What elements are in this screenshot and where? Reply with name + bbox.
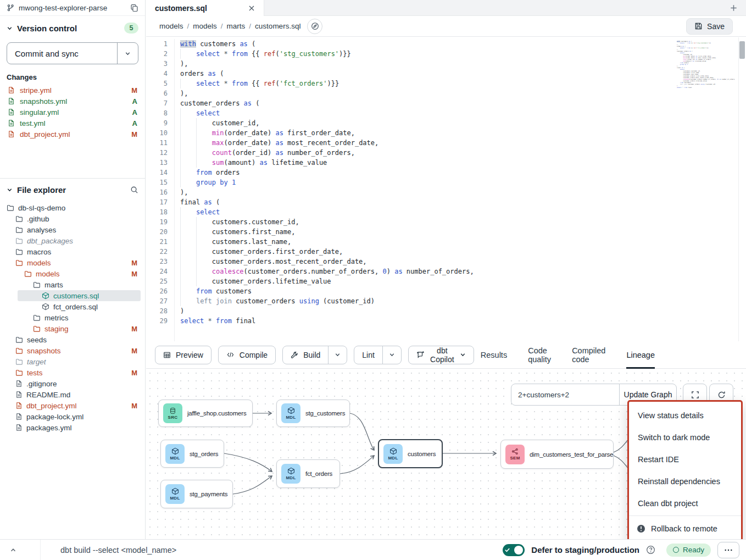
tree-item-dbt-packages[interactable]: dbt_packages [0,235,145,246]
line-number[interactable]: 17 [146,197,174,207]
line-number[interactable]: 6 [146,88,174,98]
code-line-20[interactable]: customers.first_name, [180,227,675,237]
lineage-node-dim-customers-test-for-parse[interactable]: SEMdim_customers_test_for_parse [500,440,614,469]
line-number[interactable]: 21 [146,237,174,247]
defer-toggle[interactable] [503,544,525,556]
tree-item-dbt-project-yml[interactable]: dbt_project.ymlM [0,400,145,411]
open-in-explorer-button[interactable] [307,19,322,34]
scrollbar-thumb[interactable] [739,41,745,59]
status-badge[interactable]: Ready [666,544,711,557]
git-branch-row[interactable]: mwong-test-explorer-parse [0,0,145,16]
tab-results[interactable]: Results [481,341,507,369]
version-control-header[interactable]: Version control 5 [0,16,145,36]
new-tab-button[interactable] [721,0,746,15]
line-number[interactable]: 12 [146,148,174,158]
code-line-24[interactable]: coalesce(customer_orders.number_of_order… [180,267,675,276]
code-line-10[interactable]: min(order_date) as first_order_date, [180,128,675,138]
tree-item-gitignore[interactable]: .gitignore [0,378,145,389]
line-number[interactable]: 23 [146,257,174,267]
code-line-16[interactable]: ), [180,187,675,197]
code-editor[interactable]: 1234567891011121314151617181920212223242… [146,37,746,341]
changed-file-test-yml[interactable]: test.ymlA [0,118,145,129]
tree-item-db-sl-qs-demo[interactable]: db-sl-qs-demo [0,202,145,213]
code-line-13[interactable]: sum(amount) as lifetime_value [180,158,675,168]
breadcrumb-part-models[interactable]: models [193,22,217,30]
line-number[interactable]: 9 [146,118,174,128]
line-number[interactable]: 13 [146,158,174,168]
code-content[interactable]: with customers as ( select * from {{ ref… [180,39,675,326]
code-line-22[interactable]: customer_orders.first_order_date, [180,247,675,257]
menu-item-reinstall-dependencies[interactable]: Reinstall dependencies [629,470,741,492]
code-line-26[interactable]: from customers [180,286,675,296]
code-line-28[interactable]: ) [180,306,675,316]
dbt-copilot-button[interactable]: dbt Copilot [408,346,474,364]
code-line-29[interactable]: select * from final [180,316,675,326]
code-line-19[interactable]: customers.customer_id, [180,217,675,227]
line-number[interactable]: 14 [146,168,174,178]
tree-item-staging[interactable]: stagingM [0,323,145,334]
code-line-2[interactable]: select * from {{ ref('stg_customers')}} [180,49,675,59]
tree-item-github[interactable]: .github [0,213,145,224]
editor-scrollbar[interactable] [738,37,746,341]
lineage-node-stg-orders[interactable]: MDLstg_orders [160,440,224,468]
code-line-18[interactable]: select [180,207,675,217]
code-line-9[interactable]: customer_id, [180,118,675,128]
code-line-27[interactable]: left join customer_orders using (custome… [180,296,675,306]
code-line-21[interactable]: customers.last_name, [180,237,675,247]
menu-item-switch-to-dark-mode[interactable]: Switch to dark mode [629,426,741,448]
tree-item-readme-md[interactable]: README.md [0,389,145,400]
breadcrumb-part-customers-sql[interactable]: customers.sql [255,22,300,30]
lineage-node-stg-payments[interactable]: MDLstg_payments [160,480,233,508]
line-number[interactable]: 15 [146,178,174,187]
tab-lineage[interactable]: Lineage [626,341,655,369]
code-line-11[interactable]: max(order_date) as most_recent_order_dat… [180,138,675,148]
line-number[interactable]: 8 [146,108,174,118]
tree-item-marts[interactable]: marts [0,279,145,290]
lineage-node-fct-orders[interactable]: MDLfct_orders [276,459,340,488]
changed-file-stripe-yml[interactable]: stripe.ymlM [0,85,145,96]
file-explorer-header[interactable]: File explorer [0,179,145,197]
minimap[interactable]: with customers as ( select * from {{ ref… [677,41,735,88]
breadcrumb-part-marts[interactable]: marts [227,22,246,30]
build-button[interactable]: Build [283,346,328,364]
code-line-17[interactable]: final as ( [180,197,675,207]
line-number[interactable]: 22 [146,247,174,257]
lint-options-button[interactable] [382,346,401,364]
commit-options-button[interactable] [117,43,138,64]
tree-item-customers-sql[interactable]: customers.sql [18,290,141,301]
line-number[interactable]: 4 [146,69,174,79]
code-line-7[interactable]: customer_orders as ( [180,98,675,108]
tree-item-metrics[interactable]: metrics [0,312,145,323]
code-line-6[interactable]: ), [180,88,675,98]
changed-file-dbt-project-yml[interactable]: dbt_project.ymlM [0,129,145,140]
breadcrumb-part-models[interactable]: models [159,22,183,30]
compile-button[interactable]: Compile [218,346,276,364]
line-number[interactable]: 2 [146,49,174,59]
lint-button[interactable]: Lint [354,346,382,364]
close-icon[interactable] [248,5,255,12]
line-number[interactable]: 24 [146,267,174,276]
tree-item-tests[interactable]: testsM [0,367,145,378]
tree-item-analyses[interactable]: analyses [0,224,145,235]
line-number[interactable]: 1 [146,39,174,49]
code-line-12[interactable]: count(order_id) as number_of_orders, [180,148,675,158]
tree-item-package-lock-yml[interactable]: package-lock.yml [0,411,145,422]
line-number[interactable]: 11 [146,138,174,148]
expand-command-bar-button[interactable] [0,540,41,560]
tree-item-packages-yml[interactable]: packages.yml [0,422,145,433]
line-number[interactable]: 20 [146,227,174,237]
preview-button[interactable]: Preview [155,346,211,364]
line-number[interactable]: 25 [146,276,174,286]
code-line-14[interactable]: from orders [180,168,675,178]
line-number[interactable]: 10 [146,128,174,138]
code-line-15[interactable]: group by 1 [180,178,675,187]
line-number[interactable]: 5 [146,79,174,88]
tree-item-macros[interactable]: macros [0,246,145,257]
line-number[interactable]: 27 [146,296,174,306]
tree-item-target[interactable]: target [0,356,145,367]
copy-icon[interactable] [130,4,138,12]
lineage-node-stg-customers[interactable]: MDLstg_customers [276,400,350,427]
menu-item-view-status-details[interactable]: View status details [629,404,741,426]
more-options-button[interactable] [717,542,739,558]
line-number[interactable]: 28 [146,306,174,316]
